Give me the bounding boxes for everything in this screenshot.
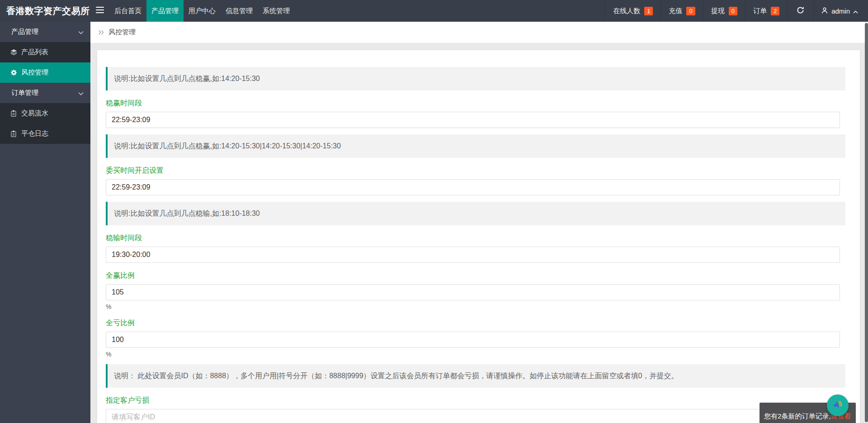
nav-tab-users[interactable]: 用户中心 <box>184 0 221 22</box>
layers-icon <box>10 49 17 56</box>
label-buy-time: 委买时间开启设置 <box>106 166 845 175</box>
label-full-lose-ratio: 全亏比例 <box>106 319 845 327</box>
order-count-badge: 2 <box>771 7 779 15</box>
sidebar-group-orders[interactable]: 订单管理 <box>0 83 90 103</box>
stat-deposits[interactable]: 充值 0 <box>660 0 703 22</box>
stat-label: 提现 <box>711 7 725 15</box>
stat-withdrawals[interactable]: 提现 0 <box>703 0 745 22</box>
sidebar-item-product-list[interactable]: 产品列表 <box>0 42 90 62</box>
clipboard-icon <box>10 130 17 137</box>
full-win-ratio-input[interactable] <box>106 284 840 300</box>
label-full-win-ratio: 全赢比例 <box>106 271 845 280</box>
sidebar: 产品管理 产品列表 风控管理 订单管理 交 <box>0 22 90 423</box>
admin-screen: 香港数字资产交易所 后台首页 产品管理 用户中心 信息管理 系统管理 在线人数 … <box>0 0 868 423</box>
percent-suffix: % <box>106 303 845 310</box>
note-lose-time: 说明:比如设置几点到几点稳输,如:18:10-18:30 <box>106 202 845 225</box>
sidebar-group-products[interactable]: 产品管理 <box>0 22 90 42</box>
stat-orders[interactable]: 订单 2 <box>745 0 787 22</box>
app-logo: 香港数字资产交易所 <box>0 0 90 22</box>
note-member-id: 说明： 此处设置会员ID（如：8888），多个用户用|符号分开（如：8888|9… <box>106 364 845 388</box>
double-chevron-icon <box>98 29 104 37</box>
nav-tab-dashboard[interactable]: 后台首页 <box>109 0 146 22</box>
client-loss-input[interactable] <box>106 409 840 423</box>
breadcrumb: 风控管理 <box>90 22 865 43</box>
page-title: 风控管理 <box>108 28 136 37</box>
sidebar-toggle-button[interactable] <box>90 0 109 22</box>
label-win-time: 稳赢时间段 <box>106 99 845 107</box>
clipboard-icon <box>10 110 17 117</box>
stat-label: 在线人数 <box>613 7 640 15</box>
stat-label: 充值 <box>669 7 682 15</box>
nav-tab-system[interactable]: 系统管理 <box>258 0 295 22</box>
note-win-time: 说明:比如设置几点到几点稳赢,如:14:20-15:30 <box>106 67 845 90</box>
note-buy-time: 说明:比如设置几点到几点稳赢,如:14:20-15:30|14:20-15:30… <box>106 134 845 158</box>
deposit-count-badge: 0 <box>686 7 695 15</box>
withdrawal-count-badge: 0 <box>729 7 737 15</box>
stat-label: 订单 <box>753 7 767 15</box>
label-lose-time: 稳输时间段 <box>106 234 845 242</box>
sidebar-item-label: 产品列表 <box>21 48 48 57</box>
online-count-badge: 1 <box>644 7 653 15</box>
hamburger-icon <box>96 7 104 15</box>
full-lose-ratio-input[interactable] <box>106 332 840 348</box>
risk-settings-form: 说明:比如设置几点到几点稳赢,如:14:20-15:30 稳赢时间段 说明:比如… <box>97 50 860 423</box>
toast-message: 您有2条新的订单记录, <box>764 412 831 421</box>
chevron-up-icon <box>853 7 858 15</box>
sidebar-item-label: 交易流水 <box>21 109 48 118</box>
lose-time-input[interactable] <box>106 247 840 263</box>
nav-tab-products[interactable]: 产品管理 <box>146 0 184 22</box>
nav-tab-info[interactable]: 信息管理 <box>221 0 258 22</box>
sidebar-group-label: 产品管理 <box>11 28 38 36</box>
percent-suffix: % <box>106 351 845 358</box>
gear-icon <box>10 69 17 76</box>
chevron-down-icon <box>78 28 84 36</box>
admin-username: admin <box>831 7 850 15</box>
top-navbar: 香港数字资产交易所 后台首页 产品管理 用户中心 信息管理 系统管理 在线人数 … <box>0 0 868 22</box>
speaker-icon <box>832 399 844 412</box>
sidebar-item-close-log[interactable]: 平仓日志 <box>0 124 90 144</box>
main-nav: 后台首页 产品管理 用户中心 信息管理 系统管理 <box>109 0 295 22</box>
sound-notification-button[interactable] <box>827 394 849 416</box>
sidebar-item-label: 风控管理 <box>21 68 48 77</box>
admin-menu[interactable]: admin <box>813 0 868 22</box>
stat-online-users[interactable]: 在线人数 1 <box>605 0 660 22</box>
sidebar-group-label: 订单管理 <box>11 89 38 97</box>
label-client-loss: 指定客户亏损 <box>106 396 845 404</box>
scrollbar-thumb[interactable] <box>865 23 868 422</box>
refresh-button[interactable] <box>787 0 813 22</box>
buy-time-input[interactable] <box>106 179 840 195</box>
sidebar-item-risk-management[interactable]: 风控管理 <box>0 62 90 83</box>
person-icon <box>821 7 828 15</box>
navbar-right: 在线人数 1 充值 0 提现 0 订单 2 <box>605 0 868 22</box>
refresh-icon <box>797 6 804 16</box>
vertical-scrollbar <box>865 22 868 423</box>
win-time-input[interactable] <box>106 112 840 128</box>
sidebar-item-trade-flow[interactable]: 交易流水 <box>0 103 90 124</box>
sidebar-item-label: 平仓日志 <box>21 129 48 138</box>
chevron-down-icon <box>78 89 84 97</box>
